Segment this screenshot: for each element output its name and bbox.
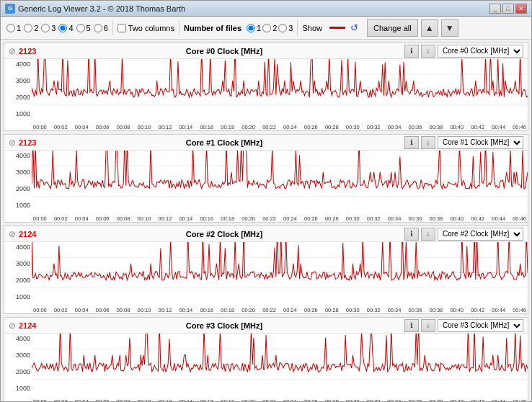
- phi-icon-3: ⊘: [9, 321, 16, 331]
- x-axis-label: 00:30: [346, 215, 360, 222]
- x-axis-label: 00:20: [241, 124, 255, 130]
- chart-dropdown-1[interactable]: Core #1 Clock [MHz]: [438, 136, 523, 149]
- x-axis-label: 00:26: [304, 215, 318, 222]
- x-axis-label: 00:28: [325, 398, 339, 401]
- app-icon: G: [5, 4, 15, 14]
- y-axis-0: 4000300020001000: [4, 59, 32, 119]
- refresh-icon[interactable]: ↺: [350, 22, 358, 33]
- separator-2: [179, 21, 179, 35]
- chart-body-2: 400030002000100000:0000:0200:0400:0600:0…: [4, 242, 528, 313]
- num-files-radio-input-3[interactable]: [278, 24, 287, 32]
- y-axis-label: 4000: [4, 335, 30, 342]
- chart-panel-0: ⊘ 2123 Core #0 Clock [MHz] ℹ ↓ Core #0 C…: [4, 43, 528, 131]
- x-axis-label: 00:20: [241, 398, 255, 401]
- radio-1[interactable]: [6, 24, 15, 32]
- radio-item-5[interactable]: 5: [76, 24, 91, 32]
- chart-body-3: 400030002000100000:0000:0200:0400:0600:0…: [4, 334, 528, 401]
- x-axis-label: 00:10: [138, 124, 151, 130]
- radio-4[interactable]: [58, 24, 67, 32]
- chart-value-3: 2124: [19, 321, 44, 330]
- radio-6[interactable]: [94, 24, 102, 32]
- radio-2[interactable]: [24, 24, 32, 32]
- chart-save-btn-0[interactable]: ↓: [421, 45, 435, 58]
- arrow-up-button[interactable]: ▲: [421, 19, 438, 37]
- y-axis-label: 4000: [4, 61, 30, 68]
- x-axis-label: 00:34: [388, 215, 402, 222]
- x-axis-label: 00:24: [283, 398, 297, 401]
- x-axis-label: 00:18: [221, 307, 234, 313]
- x-axis-label: 00:34: [388, 307, 402, 313]
- x-axis-label: 00:02: [54, 307, 68, 313]
- maximize-button[interactable]: □: [502, 4, 514, 14]
- x-axis-label: 00:16: [200, 215, 213, 222]
- x-axis-label: 00:32: [367, 307, 381, 313]
- radio-item-3[interactable]: 3: [41, 24, 56, 32]
- x-axis-label: 00:36: [409, 398, 422, 401]
- x-axis-label: 00:44: [492, 215, 505, 222]
- x-axis-label: 00:08: [117, 124, 130, 130]
- x-axis-label: 00:42: [471, 124, 484, 130]
- radio-item-4[interactable]: 4: [58, 24, 73, 32]
- window-controls: _ □ ✕: [489, 4, 527, 14]
- y-axis-label: 2000: [4, 277, 30, 284]
- x-axis-label: 00:14: [179, 124, 192, 130]
- two-columns-checkbox-item[interactable]: Two columns: [118, 24, 174, 32]
- num-files-radio-input-2[interactable]: [262, 24, 271, 32]
- radio-item-1[interactable]: 1: [6, 24, 21, 32]
- num-files-label-2: 2: [272, 24, 277, 32]
- x-axis-label: 00:28: [325, 215, 339, 222]
- minimize-button[interactable]: _: [489, 4, 501, 14]
- num-files-label-1: 1: [257, 24, 261, 32]
- num-files-radio-2[interactable]: 2: [262, 24, 277, 32]
- chart-save-btn-3[interactable]: ↓: [421, 319, 435, 332]
- radio-item-6[interactable]: 6: [94, 24, 108, 32]
- x-axis-label: 00:04: [75, 398, 89, 401]
- chart-header-3: ⊘ 2124 Core #3 Clock [MHz] ℹ ↓ Core #3 C…: [4, 318, 528, 334]
- chart-info-btn-3[interactable]: ℹ: [404, 319, 419, 332]
- x-axis-label: 00:36: [409, 307, 422, 313]
- chart-value-0: 2123: [19, 47, 44, 55]
- x-axis-label: 00:24: [283, 215, 297, 222]
- chart-controls-3: ℹ ↓ Core #3 Clock [MHz]: [404, 319, 523, 332]
- x-axis-label: 00:44: [492, 124, 505, 130]
- two-columns-label: Two columns: [128, 24, 174, 32]
- chart-body-0: 400030002000100000:0000:0200:0400:0600:0…: [4, 59, 528, 130]
- chart-header-2: ⊘ 2124 Core #2 Clock [MHz] ℹ ↓ Core #2 C…: [4, 226, 528, 242]
- x-axis-label: 00:40: [450, 124, 464, 130]
- chart-info-btn-2[interactable]: ℹ: [404, 228, 419, 241]
- x-axis-label: 00:12: [159, 124, 172, 130]
- x-axis-3: 00:0000:0200:0400:0600:0800:1000:1200:14…: [32, 395, 528, 401]
- radio-item-2[interactable]: 2: [24, 24, 38, 32]
- radio-5[interactable]: [76, 24, 85, 32]
- two-columns-checkbox[interactable]: [118, 24, 126, 32]
- chart-controls-1: ℹ ↓ Core #1 Clock [MHz]: [404, 136, 523, 149]
- y-axis-2: 4000300020001000: [4, 242, 32, 302]
- x-axis-label: 00:14: [179, 307, 192, 313]
- x-axis-label: 00:32: [367, 124, 381, 130]
- chart-dropdown-2[interactable]: Core #2 Clock [MHz]: [438, 228, 523, 241]
- x-axis-label: 00:04: [75, 124, 89, 130]
- title-bar: G Generic Log Viewer 3.2 - © 2018 Thomas…: [1, 1, 531, 17]
- change-all-button[interactable]: Change all: [367, 19, 418, 37]
- num-files-radio-3[interactable]: 3: [278, 24, 293, 32]
- x-axis-label: 00:30: [346, 398, 360, 401]
- x-axis-label: 00:42: [471, 307, 484, 313]
- x-axis-label: 00:44: [492, 398, 505, 401]
- chart-save-btn-1[interactable]: ↓: [421, 136, 435, 149]
- chart-save-btn-2[interactable]: ↓: [421, 228, 435, 241]
- x-axis-label: 00:32: [367, 398, 381, 401]
- num-files-radio-input-1[interactable]: [247, 24, 255, 32]
- arrow-down-button[interactable]: ▼: [441, 19, 458, 37]
- chart-info-btn-0[interactable]: ℹ: [404, 45, 419, 58]
- chart-plot-0: [32, 59, 528, 120]
- chart-info-btn-1[interactable]: ℹ: [404, 136, 419, 149]
- radio-3[interactable]: [41, 24, 50, 32]
- x-axis-label: 00:14: [179, 398, 192, 401]
- chart-dropdown-3[interactable]: Core #3 Clock [MHz]: [438, 319, 523, 332]
- x-axis-label: 00:46: [513, 215, 526, 222]
- close-button[interactable]: ✕: [515, 4, 527, 14]
- num-files-radio-1[interactable]: 1: [247, 24, 261, 32]
- chart-dropdown-0[interactable]: Core #0 Clock [MHz]: [438, 45, 523, 58]
- chart-controls-0: ℹ ↓ Core #0 Clock [MHz]: [404, 45, 523, 58]
- chart-plot-2: [32, 242, 528, 303]
